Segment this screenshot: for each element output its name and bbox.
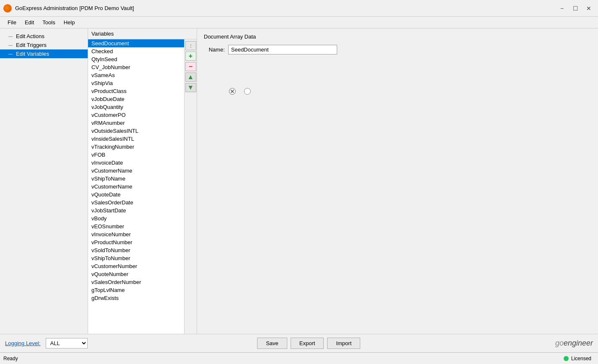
logging-level-label[interactable]: Logging Level: xyxy=(5,340,41,346)
menu-tools[interactable]: Tools xyxy=(38,18,59,27)
variable-list-item[interactable]: vSalesOrderDate xyxy=(88,199,184,207)
brand-engineer: engineer xyxy=(564,339,593,347)
variables-header: Variables xyxy=(88,28,197,39)
brand-go: go xyxy=(555,339,564,347)
sidebar-item-edit-triggers[interactable]: Edit Triggers xyxy=(0,41,88,49)
variables-list-container: SeedDocumentCheckedQtyInSeedCV_JobNumber… xyxy=(88,39,197,334)
variable-list-item[interactable]: vFOB xyxy=(88,151,184,159)
radio-empty-icon xyxy=(244,88,251,95)
variable-list-item[interactable]: vShipToNumber xyxy=(88,254,184,262)
variable-list-item[interactable]: vInsideSalesINTL xyxy=(88,135,184,143)
licensed-text: Licensed xyxy=(571,356,591,361)
variable-list-item[interactable]: QtyInSeed xyxy=(88,55,184,63)
name-row: Name: xyxy=(204,45,591,54)
menu-help[interactable]: Help xyxy=(60,18,79,27)
variable-list-item[interactable]: vJobQuantity xyxy=(88,103,184,111)
more-button[interactable]: ⋮ xyxy=(185,41,196,50)
menu-edit[interactable]: Edit xyxy=(21,18,38,27)
variables-toolbar: ⋮ + − ▲ ▼ xyxy=(184,39,197,334)
brand-logo: goengineer xyxy=(555,339,593,348)
detail-panel: Document Array Data Name: xyxy=(197,28,598,334)
variable-list-item[interactable]: vShipToName xyxy=(88,175,184,183)
app-title: GoExpress Administration [PDM Pro Demo V… xyxy=(15,5,134,11)
variable-list-item[interactable]: gTopLvlName xyxy=(88,286,184,294)
variable-list-item[interactable]: vTrackingNumber xyxy=(88,143,184,151)
variable-list-item[interactable]: gDrwExists xyxy=(88,294,184,302)
variable-list-item[interactable]: vCustomerNumber xyxy=(88,262,184,270)
sidebar-item-edit-actions[interactable]: Edit Actions xyxy=(0,32,88,41)
detail-header: Document Array Data xyxy=(204,34,591,40)
maximize-button[interactable]: ☐ xyxy=(569,3,581,14)
variable-list-item[interactable]: vProductNumber xyxy=(88,238,184,246)
detail-form: Name: xyxy=(204,45,591,54)
title-bar-left: GoExpress Administration [PDM Pro Demo V… xyxy=(3,4,134,13)
variable-list-item[interactable]: vProductClass xyxy=(88,87,184,95)
menu-file[interactable]: File xyxy=(3,18,21,27)
main-content: Edit Actions Edit Triggers Edit Variable… xyxy=(0,28,598,334)
move-down-button[interactable]: ▼ xyxy=(185,83,196,92)
bottom-buttons: Save Export Import xyxy=(257,338,360,349)
status-ready: Ready xyxy=(3,356,18,361)
variable-list-item[interactable]: vQuoteDate xyxy=(88,191,184,199)
title-bar: GoExpress Administration [PDM Pro Demo V… xyxy=(0,0,598,17)
variables-list[interactable]: SeedDocumentCheckedQtyInSeedCV_JobNumber… xyxy=(88,39,184,334)
sidebar-item-edit-variables[interactable]: Edit Variables xyxy=(0,49,88,58)
close-button[interactable]: ✕ xyxy=(583,3,595,14)
title-bar-controls: − ☐ ✕ xyxy=(556,3,595,14)
sidebar: Edit Actions Edit Triggers Edit Variable… xyxy=(0,28,88,334)
variables-panel: Variables SeedDocumentCheckedQtyInSeedCV… xyxy=(88,28,197,334)
logging-level-select[interactable]: ALLDEBUGINFOWARNERRORNONE xyxy=(46,338,88,349)
move-up-button[interactable]: ▲ xyxy=(185,72,196,82)
status-licensed: Licensed xyxy=(564,356,591,361)
save-button[interactable]: Save xyxy=(257,338,287,349)
app-icon xyxy=(3,4,12,13)
status-bar: Ready Licensed xyxy=(0,352,598,364)
name-input[interactable] xyxy=(228,45,337,54)
variable-list-item[interactable]: vBody xyxy=(88,214,184,222)
variable-list-item[interactable]: vCustomerPO xyxy=(88,111,184,119)
variable-list-item[interactable]: vQuoteNumber xyxy=(88,270,184,278)
import-button[interactable]: Import xyxy=(327,338,360,349)
radio-area xyxy=(229,88,591,95)
variable-list-item[interactable]: vSameAs xyxy=(88,71,184,79)
radio-option-2[interactable] xyxy=(244,88,251,95)
radio-option-1[interactable] xyxy=(229,88,236,95)
add-variable-button[interactable]: + xyxy=(185,52,196,61)
variable-list-item[interactable]: CV_JobNumber xyxy=(88,63,184,71)
variable-list-item[interactable]: SeedDocument xyxy=(88,39,184,47)
radio-x-icon xyxy=(229,88,236,95)
variable-list-item[interactable]: vCustomerName xyxy=(88,167,184,175)
variable-list-item[interactable]: vSoldToNumber xyxy=(88,246,184,254)
export-button[interactable]: Export xyxy=(291,338,324,349)
variable-list-item[interactable]: vJobStartDate xyxy=(88,207,184,214)
variable-list-item[interactable]: vSalesOrderNumber xyxy=(88,278,184,286)
variable-list-item[interactable]: vOutsideSalesINTL xyxy=(88,127,184,135)
variable-list-item[interactable]: vJobDueDate xyxy=(88,95,184,103)
minimize-button[interactable]: − xyxy=(556,3,568,14)
name-label: Name: xyxy=(204,46,225,53)
menu-bar: File Edit Tools Help xyxy=(0,17,598,28)
variable-list-item[interactable]: vRMAnumber xyxy=(88,119,184,127)
variable-list-item[interactable]: vShipVia xyxy=(88,79,184,87)
remove-variable-button[interactable]: − xyxy=(185,62,196,71)
bottom-bar: Logging Level: ALLDEBUGINFOWARNERRORNONE… xyxy=(0,334,598,352)
variable-list-item[interactable]: vCustomerName xyxy=(88,183,184,191)
variable-list-item[interactable]: vInvoiceDate xyxy=(88,159,184,167)
variable-list-item[interactable]: vInvoiceNumber xyxy=(88,230,184,238)
licensed-dot-icon xyxy=(564,356,569,361)
variable-list-item[interactable]: vEOSnumber xyxy=(88,222,184,230)
variable-list-item[interactable]: Checked xyxy=(88,47,184,55)
